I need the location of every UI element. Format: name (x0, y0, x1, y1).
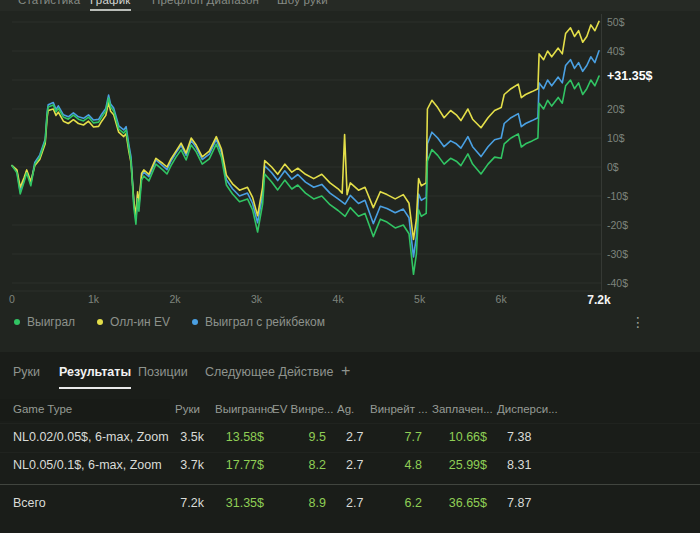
tab-show-hands[interactable]: Шоу руки (277, 0, 328, 6)
chart-legend: ВыигралОлл-ин EVВыиграл с рейкбеком (14, 315, 325, 329)
y-tick-label: -40$ (607, 277, 628, 289)
series-line (12, 51, 599, 257)
results-panel: Руки Результаты Позиции Следующее Действ… (0, 352, 700, 533)
x-tick-label: 1k (88, 293, 99, 305)
legend-dot-icon (97, 319, 103, 325)
cell-winrate: 7.7 (386, 430, 422, 444)
y-tick-label: 20$ (607, 103, 625, 115)
x-tick-label: 3k (251, 293, 262, 305)
tab-hands[interactable]: Руки (13, 365, 40, 387)
cell-won: 17.77$ (215, 458, 264, 472)
cell-ev: 9.5 (290, 430, 326, 444)
cell-game-type: Всего (13, 496, 46, 510)
x-tick-label: 2k (170, 293, 181, 305)
col-header-paid[interactable]: Заплачен... (432, 403, 493, 415)
cell-hands: 3.5k (160, 430, 204, 444)
y-tick-label: 50$ (607, 16, 625, 28)
cell-ag: 2.7 (346, 496, 363, 510)
col-header-won[interactable]: Выигранно (215, 403, 273, 415)
table-row[interactable]: NL0.02/0.05$, 6-max, Zoom 3.5k 13.58$ 9.… (0, 425, 700, 451)
cell-variance: 8.31 (507, 458, 531, 472)
y-tick-label: -10$ (607, 190, 628, 202)
legend-item[interactable]: Выиграл с рейкбеком (192, 315, 325, 329)
cell-paid: 25.99$ (435, 458, 487, 472)
legend-label: Олл-ин EV (110, 315, 170, 329)
col-header-game-type[interactable]: Game Type (13, 403, 72, 415)
table-header-row: Game Type Руки Выигранно EV Винре... Ag.… (0, 399, 700, 421)
total-separator (0, 484, 700, 485)
y-tick-label: 0$ (607, 161, 619, 173)
cell-ag: 2.7 (346, 430, 363, 444)
tab-preflop-range[interactable]: Префлоп Диапазон (152, 0, 259, 6)
x-tick-label: 5k (414, 293, 425, 305)
legend-item[interactable]: Олл-ин EV (97, 315, 170, 329)
table-row[interactable]: NL0.05/0.1$, 6-max, Zoom 3.7k 17.77$ 8.2… (0, 453, 700, 479)
x-tick-label-total: 7.2k (587, 293, 610, 307)
legend-dot-icon (14, 319, 20, 325)
series-line (12, 21, 599, 239)
more-vertical-icon[interactable]: ⋮ (630, 313, 646, 331)
profit-line-chart[interactable] (0, 0, 700, 310)
tab-statistics[interactable]: Статистика (18, 0, 80, 6)
add-tab-button[interactable]: + (341, 362, 350, 380)
cell-won: 31.35$ (215, 496, 264, 510)
tab-positions[interactable]: Позиции (138, 365, 188, 387)
report-tab-bar: Статистика График Префлоп Диапазон Шоу р… (0, 0, 700, 11)
cell-paid: 36.65$ (435, 496, 487, 510)
cell-winrate: 4.8 (386, 458, 422, 472)
col-header-ag[interactable]: Ag. (337, 403, 354, 415)
tab-next-action[interactable]: Следующее Действие (205, 365, 333, 387)
row-separator (0, 423, 700, 424)
cell-ag: 2.7 (346, 458, 363, 472)
y-tick-label: 10$ (607, 132, 625, 144)
table-total-row[interactable]: Всего 7.2k 31.35$ 8.9 2.7 6.2 36.65$ 7.8… (0, 491, 700, 517)
col-header-variance[interactable]: Дисперси... (497, 403, 558, 415)
cell-game-type: NL0.02/0.05$, 6-max, Zoom (13, 430, 169, 444)
cell-hands: 7.2k (160, 496, 204, 510)
y-tick-label: -30$ (607, 248, 628, 260)
col-header-winrate[interactable]: Винрейт ... (370, 403, 428, 415)
y-tick-label: -20$ (607, 219, 628, 231)
cell-winrate: 6.2 (386, 496, 422, 510)
tab-graph[interactable]: График (90, 0, 131, 6)
col-header-ev[interactable]: EV Винре... (272, 403, 333, 415)
cell-game-type: NL0.05/0.1$, 6-max, Zoom (13, 458, 162, 472)
graph-panel: 50$40$20$10$0$-10$-20$-30$-40$ +31.35$ 0… (0, 0, 700, 352)
cell-ev: 8.2 (290, 458, 326, 472)
y-tick-label: 40$ (607, 45, 625, 57)
col-header-hands[interactable]: Руки (175, 403, 200, 415)
x-tick-label: 4k (333, 293, 344, 305)
active-tab-underline (90, 9, 131, 11)
cell-variance: 7.87 (507, 496, 531, 510)
cell-hands: 3.7k (160, 458, 204, 472)
tab-results[interactable]: Результаты (59, 365, 131, 389)
cell-won: 13.58$ (215, 430, 264, 444)
x-tick-label: 6k (496, 293, 507, 305)
legend-dot-icon (192, 319, 198, 325)
current-profit-label: +31.35$ (607, 69, 653, 83)
x-tick-label: 0 (9, 293, 15, 305)
legend-label: Выиграл (27, 315, 75, 329)
legend-item[interactable]: Выиграл (14, 315, 75, 329)
cell-ev: 8.9 (290, 496, 326, 510)
legend-label: Выиграл с рейкбеком (205, 315, 325, 329)
cell-paid: 10.66$ (435, 430, 487, 444)
hand2note-report-window: 50$40$20$10$0$-10$-20$-30$-40$ +31.35$ 0… (0, 0, 700, 533)
cell-variance: 7.38 (507, 430, 531, 444)
